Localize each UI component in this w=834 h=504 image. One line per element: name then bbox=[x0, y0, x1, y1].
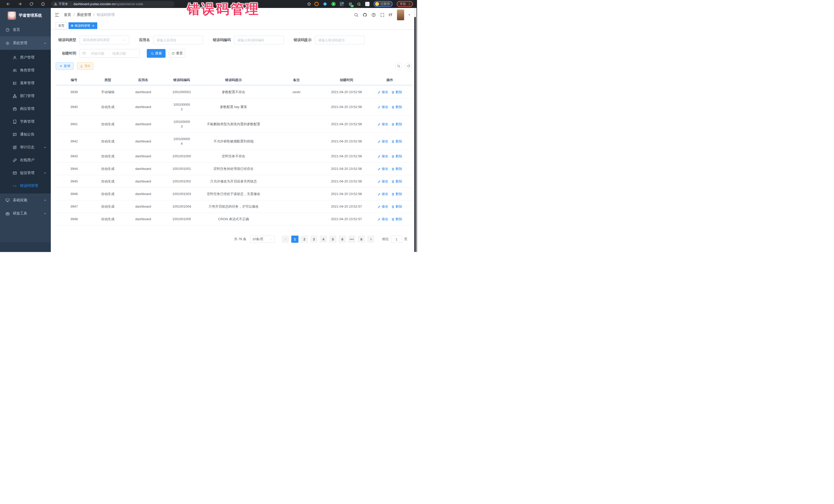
more-pages-icon[interactable]: ••• bbox=[348, 236, 355, 243]
sidebar-item-menus[interactable]: 菜单管理 bbox=[0, 77, 51, 90]
green-key-icon[interactable] bbox=[357, 2, 361, 6]
edit-link[interactable]: 修改 bbox=[377, 204, 388, 209]
page-button-1[interactable]: 1 bbox=[291, 236, 299, 243]
error-hint-input[interactable] bbox=[315, 36, 365, 44]
sidebar-item-posts[interactable]: 岗位管理 bbox=[0, 103, 51, 115]
scrollbar-thumb[interactable] bbox=[414, 17, 416, 252]
error-code-input[interactable] bbox=[234, 36, 284, 44]
sidebar-item-notices[interactable]: 通知公告 bbox=[0, 128, 51, 141]
date-range-picker[interactable]: - bbox=[80, 49, 139, 58]
add-button[interactable]: 新增 bbox=[56, 62, 74, 70]
blue-gem-icon[interactable] bbox=[323, 2, 327, 6]
delete-link[interactable]: 删除 bbox=[391, 179, 402, 184]
browser-update-button[interactable]: 更新 bbox=[397, 1, 413, 7]
breadcrumb-separator: / bbox=[73, 13, 74, 17]
delete-link[interactable]: 删除 bbox=[391, 167, 402, 171]
edit-link[interactable]: 修改 bbox=[377, 122, 388, 127]
edit-link[interactable]: 修改 bbox=[377, 139, 388, 144]
delete-link[interactable]: 删除 bbox=[391, 105, 402, 109]
back-icon[interactable] bbox=[6, 2, 10, 6]
delete-link[interactable]: 删除 bbox=[391, 204, 402, 209]
page-button-2[interactable]: 2 bbox=[301, 236, 308, 243]
sidebar-item-users[interactable]: 用户管理 bbox=[0, 51, 51, 64]
edit-link[interactable]: 修改 bbox=[377, 217, 388, 221]
page-button-4[interactable]: 4 bbox=[320, 236, 327, 243]
sidebar-item-dev-tools[interactable]: 研发工具 bbox=[0, 207, 51, 220]
dark-grid-icon[interactable] bbox=[340, 2, 344, 6]
end-date-input[interactable] bbox=[109, 51, 129, 56]
page-button-3[interactable]: 3 bbox=[310, 236, 317, 243]
delete-link[interactable]: 删除 bbox=[391, 90, 402, 94]
sidebar-item-audit-log[interactable]: 审计日志 bbox=[0, 141, 51, 154]
refresh-table-button[interactable] bbox=[405, 63, 412, 70]
bookmark-star-icon[interactable] bbox=[307, 2, 311, 6]
sidebar-item-error-code[interactable]: 错误码管理 bbox=[0, 179, 51, 192]
url-path: /system/error-code bbox=[115, 2, 143, 6]
profile-paused-button[interactable]: 已暂停 bbox=[374, 1, 393, 7]
sidebar-item-system[interactable]: 系统管理 bbox=[0, 37, 51, 50]
caret-down-icon[interactable] bbox=[408, 13, 411, 17]
edit-link[interactable]: 修改 bbox=[377, 192, 388, 196]
table-row: 3939 手动编辑 dashboard 1001000001 参数配置不存在 c… bbox=[56, 86, 413, 98]
sidebar-item-home[interactable]: 首页 bbox=[0, 23, 51, 37]
total-count: 共 76 条 bbox=[234, 237, 246, 241]
page-button-5[interactable]: 5 bbox=[329, 236, 336, 243]
delete-link[interactable]: 删除 bbox=[391, 154, 402, 159]
goto-page-input[interactable] bbox=[391, 236, 402, 243]
tab-home[interactable]: 首页 bbox=[56, 22, 67, 29]
sidebar-item-roles[interactable]: 角色管理 bbox=[0, 64, 51, 77]
toolbox-icon bbox=[5, 212, 10, 216]
search-icon[interactable] bbox=[354, 13, 358, 17]
puzzle-icon[interactable] bbox=[365, 2, 370, 6]
edit-link[interactable]: 修改 bbox=[377, 90, 388, 94]
start-date-input[interactable] bbox=[88, 51, 107, 56]
sidebar-item-departments[interactable]: 部门管理 bbox=[0, 90, 51, 103]
pagination: 共 76 条 10条/页 1 2 3 4 5 6 ••• 8 bbox=[56, 236, 410, 243]
error-type-select[interactable]: 请选择错误码类型 bbox=[80, 36, 129, 44]
delete-link[interactable]: 删除 bbox=[391, 139, 402, 144]
breadcrumb-home[interactable]: 首页 bbox=[64, 13, 71, 17]
home-icon[interactable] bbox=[41, 2, 45, 6]
delete-link[interactable]: 删除 bbox=[391, 217, 402, 221]
close-icon[interactable] bbox=[92, 24, 95, 27]
toggle-search-button[interactable] bbox=[395, 63, 402, 70]
reset-button[interactable]: 重置 bbox=[169, 49, 185, 58]
delete-link[interactable]: 删除 bbox=[391, 192, 402, 196]
green-v-icon[interactable]: v bbox=[331, 2, 336, 6]
search-icon bbox=[397, 64, 400, 68]
edit-link[interactable]: 修改 bbox=[377, 167, 388, 171]
delete-link[interactable]: 删除 bbox=[391, 122, 402, 127]
sidebar-item-sms[interactable]: 短信管理 bbox=[0, 167, 51, 179]
help-icon[interactable] bbox=[371, 13, 376, 17]
sidebar-item-infrastructure[interactable]: 基础设施 bbox=[0, 194, 51, 207]
refresh-icon bbox=[407, 64, 410, 68]
edit-link[interactable]: 修改 bbox=[377, 179, 388, 184]
github-icon[interactable] bbox=[363, 13, 367, 17]
search-button[interactable]: 搜索 bbox=[147, 49, 166, 58]
app-name-input[interactable] bbox=[153, 36, 203, 44]
address-bar[interactable]: 不安全 dashboard.yudao.iocoder.cn/system/er… bbox=[51, 1, 175, 7]
page-size-select[interactable]: 10条/页 bbox=[250, 236, 275, 243]
sidebar-item-dictionary[interactable]: 字典管理 bbox=[0, 115, 51, 128]
page-button-6[interactable]: 6 bbox=[339, 236, 346, 243]
edit-link[interactable]: 修改 bbox=[377, 105, 388, 109]
tab-error-code[interactable]: 错误码管理 bbox=[68, 22, 97, 29]
page-button-8[interactable]: 8 bbox=[358, 236, 365, 243]
sidebar-item-online-users[interactable]: 在线用户 bbox=[0, 154, 51, 167]
kebab-menu-icon[interactable] bbox=[408, 2, 411, 6]
pencil-icon bbox=[377, 106, 381, 109]
font-size-icon[interactable]: tT bbox=[389, 13, 392, 17]
proxy-on-icon[interactable] bbox=[348, 2, 353, 6]
prev-page-button[interactable] bbox=[282, 236, 289, 243]
hamburger-icon[interactable] bbox=[54, 12, 60, 18]
user-avatar[interactable] bbox=[397, 9, 404, 20]
edit-link[interactable]: 修改 bbox=[377, 154, 388, 159]
next-page-button[interactable] bbox=[367, 236, 374, 243]
fullscreen-icon[interactable] bbox=[380, 13, 385, 17]
forward-icon[interactable] bbox=[18, 2, 22, 6]
orange-ring-icon[interactable] bbox=[314, 2, 319, 6]
chevron-right-icon bbox=[369, 238, 373, 241]
breadcrumb-section[interactable]: 系统管理 bbox=[77, 13, 91, 17]
reload-icon[interactable] bbox=[29, 2, 34, 6]
export-button[interactable]: 导出 bbox=[77, 62, 93, 70]
